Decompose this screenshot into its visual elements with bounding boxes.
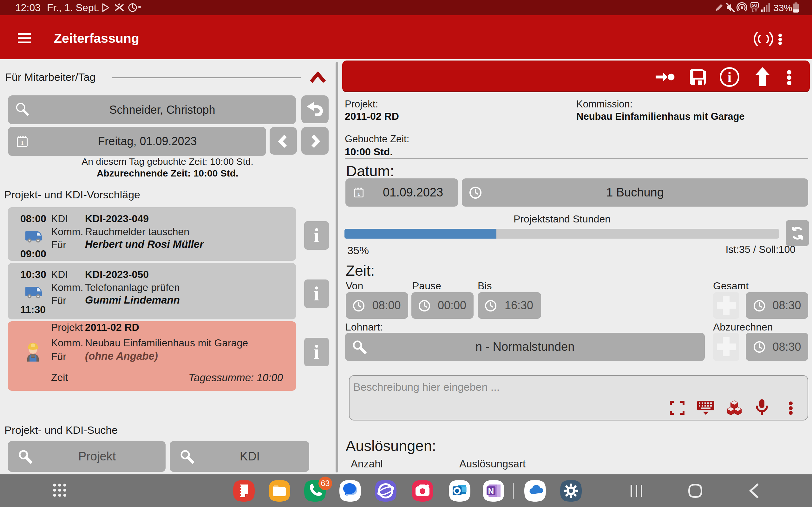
svg-text:N: N [488,487,494,496]
svg-text:5G: 5G [752,3,757,8]
svg-text:1: 1 [357,192,360,197]
svg-text:1: 1 [20,140,23,146]
